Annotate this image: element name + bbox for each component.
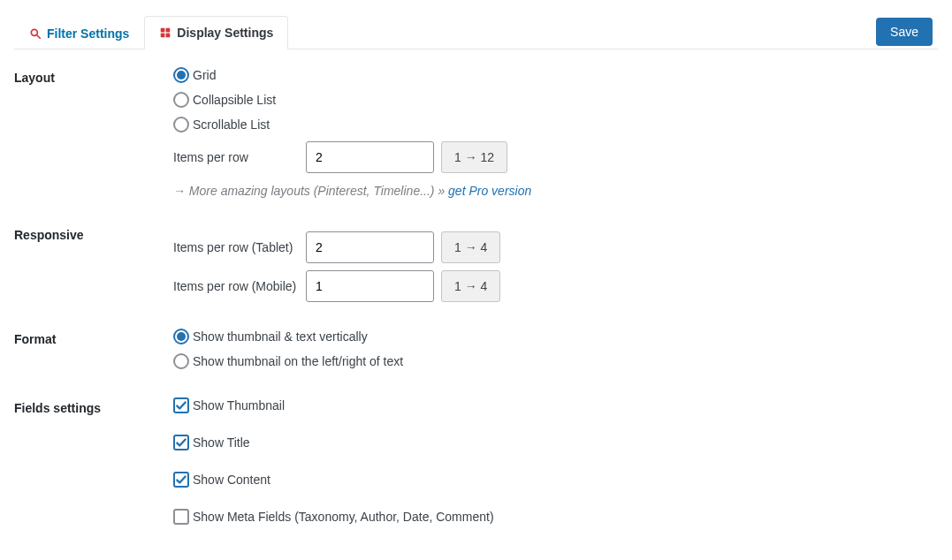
tab-display-settings[interactable]: Display Settings: [144, 16, 288, 49]
mobile-items-range: 1 → 4: [441, 270, 500, 302]
get-pro-link[interactable]: get Pro version: [448, 184, 531, 198]
section-label-layout: Layout: [14, 67, 173, 85]
svg-rect-2: [161, 28, 165, 33]
items-per-row-range: 1 → 12: [441, 141, 507, 173]
tablet-items-input[interactable]: [306, 231, 434, 263]
checkbox-show-title[interactable]: Show Title: [173, 435, 938, 450]
svg-rect-5: [166, 34, 171, 38]
checkbox-label: Show Content: [193, 473, 270, 487]
radio-layout-grid[interactable]: Grid: [173, 67, 938, 83]
items-per-row-input[interactable]: [306, 141, 434, 173]
save-button[interactable]: Save: [876, 18, 933, 46]
section-label-format: Format: [14, 329, 173, 346]
checkbox-label: Show Meta Fields (Taxonomy, Author, Date…: [193, 510, 494, 524]
checkbox-show-meta[interactable]: Show Meta Fields (Taxonomy, Author, Date…: [173, 509, 938, 525]
radio-icon: [173, 353, 189, 369]
tab-label: Display Settings: [177, 26, 273, 40]
mobile-items-label: Items per row (Mobile): [173, 278, 306, 294]
radio-label: Grid: [193, 68, 216, 82]
radio-format-side[interactable]: Show thumbnail on the left/right of text: [173, 353, 938, 369]
checkbox-label: Show Title: [193, 435, 250, 450]
svg-line-1: [37, 34, 41, 38]
svg-rect-4: [161, 34, 165, 38]
radio-label: Collapsible List: [193, 93, 276, 107]
checkbox-icon: [173, 509, 189, 525]
radio-icon: [173, 117, 189, 132]
hint-text: → More amazing layouts (Pinterest, Timel…: [173, 184, 448, 198]
checkbox-icon: [173, 397, 189, 413]
tablet-items-label: Items per row (Tablet): [173, 239, 306, 255]
grid-icon: [159, 26, 171, 39]
mobile-items-input[interactable]: [306, 270, 434, 302]
radio-format-vertical[interactable]: Show thumbnail & text vertically: [173, 329, 938, 344]
checkbox-label: Show Thumbnail: [193, 398, 285, 412]
pro-hint: → More amazing layouts (Pinterest, Timel…: [173, 184, 938, 198]
checkbox-icon: [173, 472, 189, 488]
svg-rect-3: [166, 28, 171, 33]
section-label-responsive: Responsive: [14, 224, 173, 242]
search-icon: [29, 27, 42, 40]
radio-icon: [173, 67, 189, 83]
radio-icon: [173, 329, 189, 344]
items-per-row-label: Items per row: [173, 149, 306, 165]
tab-bar: Filter Settings Display Settings Save: [14, 16, 938, 49]
checkbox-show-content[interactable]: Show Content: [173, 472, 938, 488]
radio-layout-scrollable[interactable]: Scrollable List: [173, 117, 938, 132]
radio-layout-collapsible[interactable]: Collapsible List: [173, 92, 938, 108]
radio-icon: [173, 92, 189, 108]
radio-label: Scrollable List: [193, 117, 270, 132]
section-label-fields: Fields settings: [14, 397, 173, 415]
radio-label: Show thumbnail & text vertically: [193, 329, 368, 344]
radio-label: Show thumbnail on the left/right of text: [193, 354, 403, 368]
checkbox-show-thumbnail[interactable]: Show Thumbnail: [173, 397, 938, 413]
tab-label: Filter Settings: [47, 26, 129, 41]
tablet-items-range: 1 → 4: [441, 231, 500, 263]
tab-filter-settings[interactable]: Filter Settings: [14, 16, 144, 49]
checkbox-icon: [173, 435, 189, 450]
